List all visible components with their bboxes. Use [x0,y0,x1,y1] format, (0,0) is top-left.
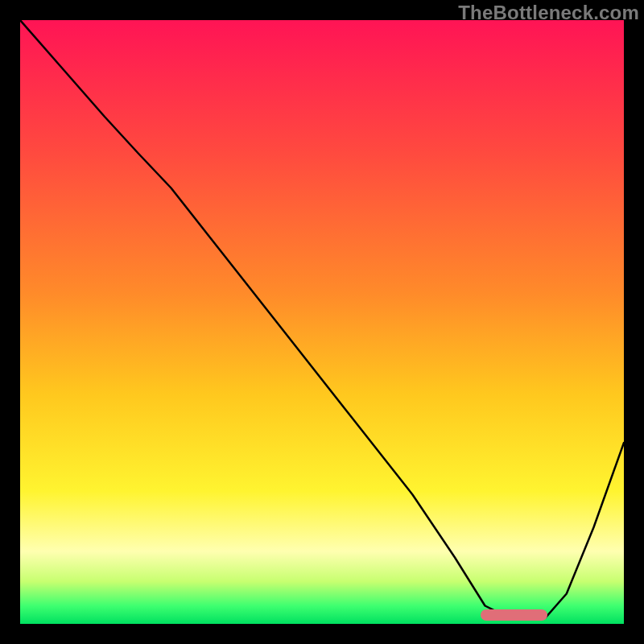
chart-frame: TheBottleneck.com [0,0,644,644]
bottleneck-curve [20,20,624,624]
optimal-range-marker [481,609,547,621]
plot-area [20,20,624,624]
